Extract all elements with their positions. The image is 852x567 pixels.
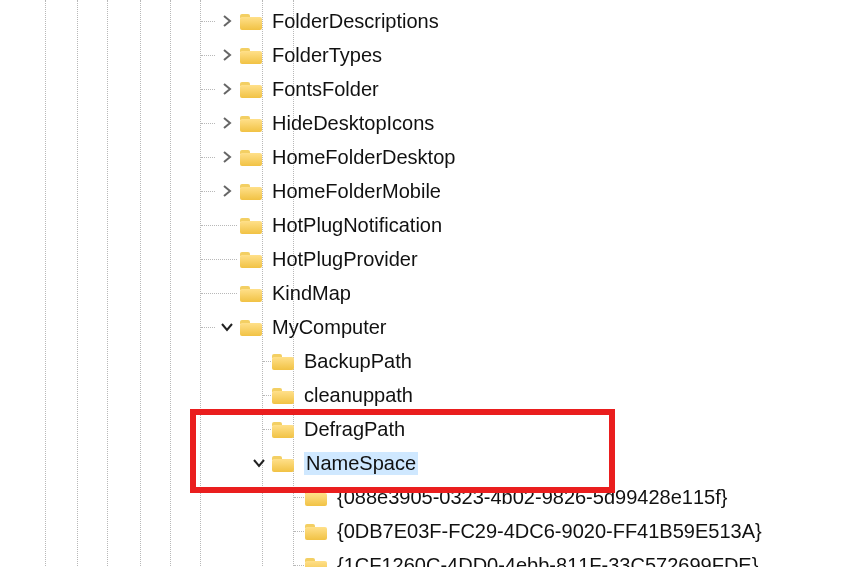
tree-connector [201, 225, 237, 226]
tree-connector [201, 157, 215, 158]
folder-icon [240, 250, 262, 268]
tree-node-label: HomeFolderDesktop [272, 146, 455, 169]
tree-node-label: HideDesktopIcons [272, 112, 434, 135]
tree-node-label: KindMap [272, 282, 351, 305]
folder-icon [272, 352, 294, 370]
folder-icon [305, 556, 327, 567]
folder-icon [240, 182, 262, 200]
tree-node-defragpath[interactable]: DefragPath [0, 412, 852, 446]
folder-icon [240, 114, 262, 132]
folder-icon [305, 522, 327, 540]
tree-node-foldertypes[interactable]: FolderTypes [0, 38, 852, 72]
tree-connector [201, 327, 215, 328]
tree-node-backuppath[interactable]: BackupPath [0, 344, 852, 378]
tree-connector [201, 21, 215, 22]
tree-connector [201, 55, 215, 56]
tree-node-hotplugprovider[interactable]: HotPlugProvider [0, 242, 852, 276]
tree-node-homefoldermobile[interactable]: HomeFolderMobile [0, 174, 852, 208]
tree-node-guid3[interactable]: {1CF1260C-4DD0-4ebb-811F-33C572699FDE} [0, 548, 852, 567]
chevron-down-icon[interactable] [218, 321, 236, 333]
chevron-right-icon[interactable] [218, 49, 236, 61]
chevron-down-icon[interactable] [250, 457, 268, 469]
tree-connector [263, 361, 271, 362]
folder-icon [272, 386, 294, 404]
tree-node-cleanuppath[interactable]: cleanuppath [0, 378, 852, 412]
tree-node-hotplugnotification[interactable]: HotPlugNotification [0, 208, 852, 242]
tree-node-label: HomeFolderMobile [272, 180, 441, 203]
tree-node-label: HotPlugProvider [272, 248, 418, 271]
tree-connector [263, 429, 271, 430]
tree-connector [294, 497, 304, 498]
folder-icon [240, 216, 262, 234]
tree-node-guid1[interactable]: {088e3905-0323-4b02-9826-5d99428e115f} [0, 480, 852, 514]
tree-node-label: {1CF1260C-4DD0-4ebb-811F-33C572699FDE} [337, 554, 758, 568]
tree-node-hidedesktopicons[interactable]: HideDesktopIcons [0, 106, 852, 140]
folder-icon [272, 454, 294, 472]
tree-node-label: DefragPath [304, 418, 405, 441]
folder-icon [240, 284, 262, 302]
tree-connector [201, 89, 215, 90]
tree-node-folderdescriptions[interactable]: FolderDescriptions [0, 4, 852, 38]
folder-icon [240, 318, 262, 336]
folder-icon [240, 12, 262, 30]
tree-connector [201, 191, 215, 192]
chevron-right-icon[interactable] [218, 83, 236, 95]
folder-icon [240, 46, 262, 64]
tree-node-label: FontsFolder [272, 78, 379, 101]
tree-connector [263, 395, 271, 396]
tree-connector [294, 565, 304, 566]
tree-node-label: NameSpace [304, 452, 418, 475]
registry-tree[interactable]: FolderDescriptionsFolderTypesFontsFolder… [0, 0, 852, 567]
tree-node-label: cleanuppath [304, 384, 413, 407]
tree-node-mycomputer[interactable]: MyComputer [0, 310, 852, 344]
tree-node-label: {0DB7E03F-FC29-4DC6-9020-FF41B59E513A} [337, 520, 762, 543]
chevron-right-icon[interactable] [218, 15, 236, 27]
chevron-right-icon[interactable] [218, 185, 236, 197]
folder-icon [272, 420, 294, 438]
tree-node-label: HotPlugNotification [272, 214, 442, 237]
tree-node-namespace[interactable]: NameSpace [0, 446, 852, 480]
chevron-right-icon[interactable] [218, 151, 236, 163]
tree-connector [294, 531, 304, 532]
tree-connector [201, 259, 237, 260]
folder-icon [305, 488, 327, 506]
chevron-right-icon[interactable] [218, 117, 236, 129]
tree-connector [201, 293, 237, 294]
tree-node-label: BackupPath [304, 350, 412, 373]
tree-node-homefolderdesktop[interactable]: HomeFolderDesktop [0, 140, 852, 174]
tree-node-kindmap[interactable]: KindMap [0, 276, 852, 310]
tree-node-label: {088e3905-0323-4b02-9826-5d99428e115f} [337, 486, 727, 509]
tree-node-label: FolderDescriptions [272, 10, 439, 33]
tree-connector [201, 123, 215, 124]
folder-icon [240, 148, 262, 166]
tree-node-label: FolderTypes [272, 44, 382, 67]
tree-node-fontsfolder[interactable]: FontsFolder [0, 72, 852, 106]
tree-node-guid2[interactable]: {0DB7E03F-FC29-4DC6-9020-FF41B59E513A} [0, 514, 852, 548]
tree-node-label: MyComputer [272, 316, 386, 339]
folder-icon [240, 80, 262, 98]
